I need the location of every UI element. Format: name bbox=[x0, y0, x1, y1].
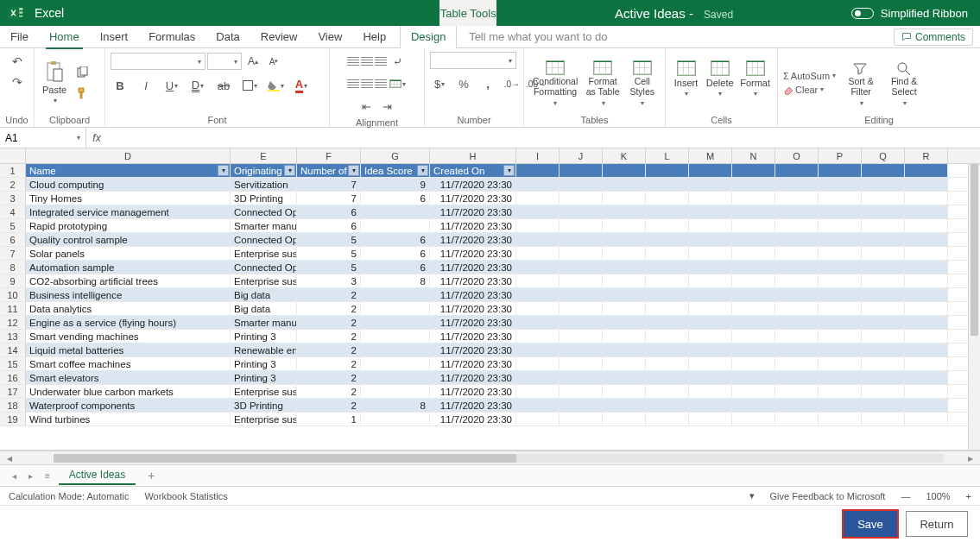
cell[interactable]: 5 bbox=[297, 233, 361, 246]
cell[interactable] bbox=[603, 385, 646, 398]
cell[interactable] bbox=[775, 205, 819, 218]
cell[interactable] bbox=[603, 343, 646, 356]
cell[interactable]: 2 bbox=[297, 385, 361, 398]
cell[interactable] bbox=[775, 302, 819, 315]
cell[interactable] bbox=[819, 261, 862, 274]
alignment-buttons[interactable] bbox=[347, 57, 387, 66]
copy-button[interactable] bbox=[73, 63, 92, 82]
cell[interactable]: Integrated service management bbox=[26, 205, 231, 218]
cell[interactable] bbox=[862, 192, 905, 205]
cell[interactable] bbox=[905, 302, 948, 315]
cell[interactable] bbox=[689, 247, 732, 260]
cell[interactable] bbox=[560, 247, 603, 260]
format-as-table-button[interactable]: Format as Table▾ bbox=[583, 59, 623, 107]
cell[interactable] bbox=[646, 330, 689, 343]
tab-home[interactable]: Home bbox=[39, 26, 90, 48]
cell[interactable] bbox=[862, 205, 905, 218]
cell[interactable] bbox=[775, 288, 819, 301]
comments-button[interactable]: Comments bbox=[894, 28, 973, 46]
conditional-formatting-button[interactable]: Conditional Formatting▾ bbox=[529, 59, 581, 107]
cell[interactable] bbox=[905, 233, 948, 246]
col-header[interactable]: L bbox=[646, 148, 689, 163]
cell[interactable] bbox=[689, 302, 732, 315]
cell[interactable] bbox=[732, 233, 775, 246]
cell[interactable] bbox=[775, 164, 819, 177]
col-header[interactable]: Q bbox=[862, 148, 905, 163]
cell[interactable] bbox=[905, 371, 948, 384]
cell[interactable] bbox=[646, 205, 689, 218]
cell[interactable] bbox=[560, 178, 603, 191]
cell[interactable] bbox=[905, 413, 948, 425]
cell[interactable]: 7 bbox=[297, 178, 361, 191]
cell[interactable] bbox=[775, 413, 819, 425]
cell[interactable] bbox=[646, 178, 689, 191]
cell[interactable] bbox=[905, 164, 948, 177]
cell[interactable] bbox=[905, 330, 948, 343]
col-header[interactable]: P bbox=[819, 148, 862, 163]
redo-button[interactable]: ↷ bbox=[9, 72, 26, 91]
col-header[interactable]: R bbox=[905, 148, 948, 163]
row-header[interactable]: 14 bbox=[0, 343, 26, 356]
cell[interactable]: Tiny Homes bbox=[26, 192, 231, 205]
cell[interactable] bbox=[516, 343, 560, 356]
cell[interactable] bbox=[516, 399, 560, 412]
col-header[interactable]: O bbox=[775, 148, 819, 163]
cell[interactable] bbox=[516, 247, 560, 260]
cell[interactable] bbox=[560, 413, 603, 425]
cell[interactable]: 11/7/2020 23:30 bbox=[430, 288, 516, 301]
cell[interactable] bbox=[361, 413, 430, 425]
cell[interactable]: 3 bbox=[297, 274, 361, 287]
cell[interactable] bbox=[732, 219, 775, 232]
cell[interactable] bbox=[516, 330, 560, 343]
cell[interactable] bbox=[819, 247, 862, 260]
cell[interactable] bbox=[689, 330, 732, 343]
cell[interactable] bbox=[819, 205, 862, 218]
name-box[interactable]: A1▾ bbox=[0, 128, 86, 148]
cell[interactable] bbox=[775, 261, 819, 274]
cell[interactable] bbox=[819, 233, 862, 246]
cell[interactable] bbox=[732, 247, 775, 260]
cell[interactable]: 11/7/2020 23:30 bbox=[430, 385, 516, 398]
sheet-tab-active[interactable]: Active Ideas bbox=[59, 466, 136, 485]
cell[interactable] bbox=[905, 357, 948, 370]
cell[interactable] bbox=[775, 371, 819, 384]
cell[interactable]: 9 bbox=[361, 178, 430, 191]
cell[interactable] bbox=[732, 343, 775, 356]
cell[interactable] bbox=[775, 357, 819, 370]
select-all-corner[interactable] bbox=[0, 148, 26, 163]
cell[interactable] bbox=[732, 399, 775, 412]
row-header[interactable]: 15 bbox=[0, 357, 26, 370]
save-button[interactable]: Save bbox=[844, 511, 897, 537]
cell[interactable] bbox=[689, 205, 732, 218]
cell[interactable] bbox=[646, 357, 689, 370]
tab-file[interactable]: File bbox=[0, 26, 39, 48]
cell[interactable] bbox=[775, 343, 819, 356]
cell[interactable] bbox=[732, 330, 775, 343]
cell[interactable]: 6 bbox=[297, 219, 361, 232]
filter-icon[interactable]: ▾ bbox=[417, 165, 428, 176]
cell[interactable] bbox=[775, 399, 819, 412]
cell[interactable]: Servitization bbox=[231, 178, 297, 191]
cell[interactable]: 3D Printing bbox=[231, 399, 297, 412]
cell[interactable] bbox=[516, 302, 560, 315]
scroll-right-icon[interactable]: ▸ bbox=[961, 452, 980, 464]
cell[interactable]: Enterprise susta bbox=[231, 274, 297, 287]
cell[interactable] bbox=[819, 288, 862, 301]
cell[interactable] bbox=[516, 288, 560, 301]
cell[interactable] bbox=[862, 385, 905, 398]
cell[interactable] bbox=[819, 164, 862, 177]
cell[interactable] bbox=[819, 192, 862, 205]
cell[interactable] bbox=[819, 343, 862, 356]
cell[interactable] bbox=[646, 371, 689, 384]
row-header[interactable]: 1 bbox=[0, 164, 26, 177]
row-header[interactable]: 12 bbox=[0, 316, 26, 329]
cell[interactable] bbox=[361, 288, 430, 301]
cell[interactable]: Data analytics bbox=[26, 302, 231, 315]
cell[interactable]: 6 bbox=[361, 192, 430, 205]
col-header[interactable]: I bbox=[516, 148, 560, 163]
cell[interactable]: 6 bbox=[297, 205, 361, 218]
feedback-link[interactable]: Give Feedback to Microsoft bbox=[770, 491, 886, 501]
font-size-combo[interactable]: ▾ bbox=[207, 53, 242, 70]
return-button[interactable]: Return bbox=[906, 511, 968, 537]
cell[interactable] bbox=[603, 178, 646, 191]
